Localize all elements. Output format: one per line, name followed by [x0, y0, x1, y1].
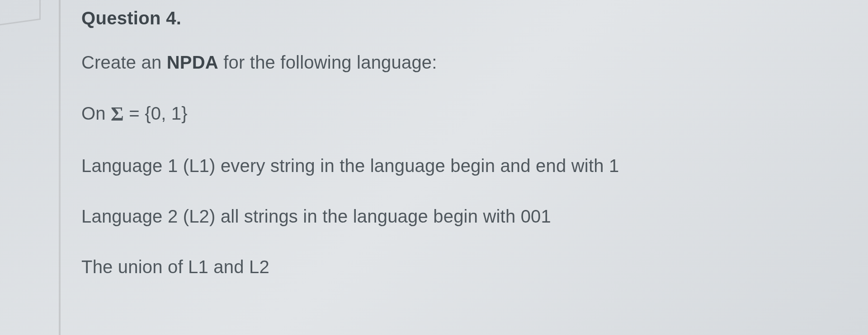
- vertical-divider: [59, 0, 61, 335]
- page-corner-decoration: [0, 0, 41, 25]
- alphabet-line: On Σ = {0, 1}: [81, 101, 814, 127]
- union-line: The union of L1 and L2: [81, 255, 814, 279]
- question-content: Question 4. Create an NPDA for the follo…: [81, 8, 814, 279]
- language-2-line: Language 2 (L2) all strings in the langu…: [81, 204, 814, 228]
- intro-line: Create an NPDA for the following languag…: [81, 50, 814, 74]
- alphabet-equals: = {0, 1}: [124, 103, 188, 123]
- question-heading: Question 4.: [81, 8, 814, 28]
- alphabet-prefix: On: [81, 103, 111, 123]
- language-1-line: Language 1 (L1) every string in the lang…: [81, 154, 814, 178]
- intro-suffix: for the following language:: [218, 52, 437, 72]
- sigma-symbol: Σ: [111, 101, 124, 127]
- intro-prefix: Create an: [81, 52, 167, 72]
- intro-npda: NPDA: [167, 52, 218, 72]
